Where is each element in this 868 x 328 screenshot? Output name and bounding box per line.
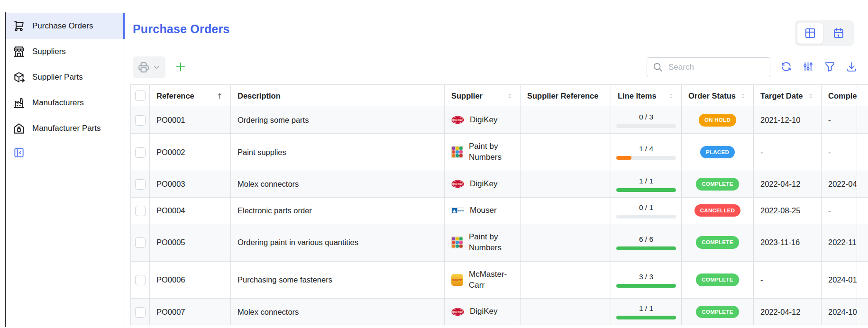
supplier-cell: Paint by Numbers (445, 224, 521, 261)
column-header-completion-date[interactable]: Completion Date (822, 85, 857, 107)
table-view-icon (804, 27, 816, 39)
purchase-orders-screen: Purchase OrdersSuppliersSupplier PartsMa… (0, 0, 868, 328)
header-divider (133, 49, 860, 49)
reference-cell: PO0002 (150, 133, 231, 171)
supplier-reference-cell (521, 107, 611, 134)
search-input[interactable] (667, 62, 764, 73)
select-all-checkbox[interactable] (135, 91, 146, 101)
search-icon (653, 62, 663, 73)
column-header-supplier[interactable]: Supplier (445, 85, 521, 107)
sidebar-item-label: Suppliers (32, 47, 66, 56)
download-button[interactable] (846, 61, 858, 74)
sidebar-divider (13, 142, 125, 142)
line-items-cell: 6 / 6 (611, 224, 682, 261)
line-items-progress-fill (616, 284, 676, 288)
supplier-name: DigiKey (470, 179, 498, 190)
supplier-cell: Digi-KeyDigiKey (445, 299, 521, 325)
order-status-badge: CANCELLED (694, 204, 741, 217)
row-checkbox[interactable] (135, 206, 146, 216)
row-checkbox[interactable] (135, 115, 146, 126)
supplier-name: McMaster-Carr (469, 269, 513, 291)
sidebar-item-manufacturer-parts[interactable]: Manufacturer Parts (6, 116, 125, 141)
toolbar-right (647, 57, 860, 77)
description-cell: Paint supplies (231, 133, 445, 171)
table-body: PO0001Ordering some partsDigi-KeyDigiKey… (131, 107, 868, 325)
column-header-target-date[interactable]: Target Date (754, 85, 822, 107)
select-all-header[interactable] (131, 85, 150, 107)
description-cell: Purchasing some fasteners (231, 261, 445, 299)
column-header-supplier-reference[interactable]: Supplier Reference (521, 85, 611, 107)
shopping-cart-icon (13, 20, 25, 32)
table-row-PO0007[interactable]: PO0007Molex connectorsDigi-KeyDigiKey1 /… (131, 299, 868, 325)
table-row-PO0004[interactable]: PO0004Electronic parts orderMOUSERMouser… (131, 197, 868, 224)
sidebar-item-manufacturers[interactable]: Manufacturers (6, 90, 125, 116)
completion-date-cell: 2022-04 (822, 171, 857, 197)
row-checkbox[interactable] (135, 307, 146, 318)
completion-date-cell: - (822, 133, 857, 171)
row-checkbox[interactable] (135, 237, 146, 248)
download-icon (846, 61, 858, 73)
line-items-value: 1 / 1 (639, 304, 653, 314)
sidebar-item-label: Manufacturer Parts (32, 124, 101, 133)
table-row-PO0003[interactable]: PO0003Molex connectorsDigi-KeyDigiKey1 /… (131, 171, 868, 197)
supplier-cell: McMASTERMcMaster-Carr (445, 261, 521, 299)
order-status-cell: PLACED (682, 133, 754, 171)
filter-button[interactable] (824, 61, 836, 74)
main-panel: Purchase Orders (125, 12, 868, 328)
line-items-cell: 0 / 1 (611, 197, 682, 224)
order-status-cell: COMPLETE (682, 224, 754, 261)
completion-date-cell: - (822, 107, 857, 134)
row-checkbox[interactable] (135, 147, 146, 158)
line-items-cell: 1 / 1 (611, 171, 682, 197)
sort-updown-icon (807, 92, 814, 100)
line-items-value: 0 / 1 (639, 203, 653, 213)
line-items-progress (616, 246, 676, 250)
description-cell: Molex connectors (231, 171, 445, 197)
refresh-button[interactable] (780, 61, 792, 74)
adjustments-icon (802, 61, 814, 73)
table-settings-button[interactable] (802, 61, 814, 74)
line-items-cell: 0 / 3 (611, 107, 682, 134)
paint-by-numbers-logo (451, 146, 463, 158)
sidebar-item-purchase-orders[interactable]: Purchase Orders (6, 13, 125, 39)
supplier-reference-cell (521, 299, 611, 325)
svg-text:Digi-Key: Digi-Key (453, 310, 463, 313)
line-items-value: 6 / 6 (639, 235, 653, 245)
target-date-cell: 2022-08-25 (754, 197, 822, 224)
row-checkbox[interactable] (135, 275, 146, 285)
sidebar-item-supplier-parts[interactable]: Supplier Parts (6, 64, 125, 90)
reference-cell: PO0003 (150, 171, 231, 197)
order-status-cell: COMPLETE (682, 171, 754, 197)
add-purchase-order-button[interactable] (174, 60, 187, 75)
table-row-PO0001[interactable]: PO0001Ordering some partsDigi-KeyDigiKey… (131, 107, 868, 134)
sidebar: Purchase OrdersSuppliersSupplier PartsMa… (6, 12, 125, 328)
table-row-PO0006[interactable]: PO0006Purchasing some fastenersMcMASTERM… (131, 261, 868, 299)
sidebar-item-suppliers[interactable]: Suppliers (6, 39, 125, 64)
table-view-button[interactable] (797, 23, 823, 44)
reference-cell: PO0006 (150, 261, 231, 299)
description-cell: Molex connectors (231, 299, 445, 325)
target-date-cell: - (754, 133, 822, 171)
line-items-progress (616, 284, 676, 288)
column-header-description[interactable]: Description (231, 85, 445, 107)
line-items-progress (616, 124, 676, 128)
table-row-PO0005[interactable]: PO0005Ordering paint in various quantiti… (131, 224, 868, 261)
search-box (647, 57, 770, 77)
table-row-PO0002[interactable]: PO0002Paint suppliesPaint by Numbers1 / … (131, 133, 868, 171)
column-header-reference[interactable]: Reference (150, 85, 231, 107)
sidebar-collapse-button[interactable] (13, 146, 25, 159)
order-status-cell: ON HOLD (682, 107, 754, 134)
description-cell: Ordering some parts (231, 107, 445, 134)
calendar-view-button[interactable] (826, 23, 851, 44)
package-export-icon (13, 71, 25, 83)
supplier-reference-cell (521, 171, 611, 197)
line-items-progress (616, 215, 676, 219)
row-checkbox[interactable] (135, 179, 146, 190)
line-items-progress (616, 188, 676, 192)
sort-asc-icon (216, 92, 224, 100)
completion-date-cell: 2022-11 (822, 224, 857, 261)
store-icon (13, 46, 25, 58)
print-button[interactable] (133, 56, 165, 78)
column-header-line-items[interactable]: Line Items (611, 85, 682, 107)
column-header-order-status[interactable]: Order Status (682, 85, 754, 107)
